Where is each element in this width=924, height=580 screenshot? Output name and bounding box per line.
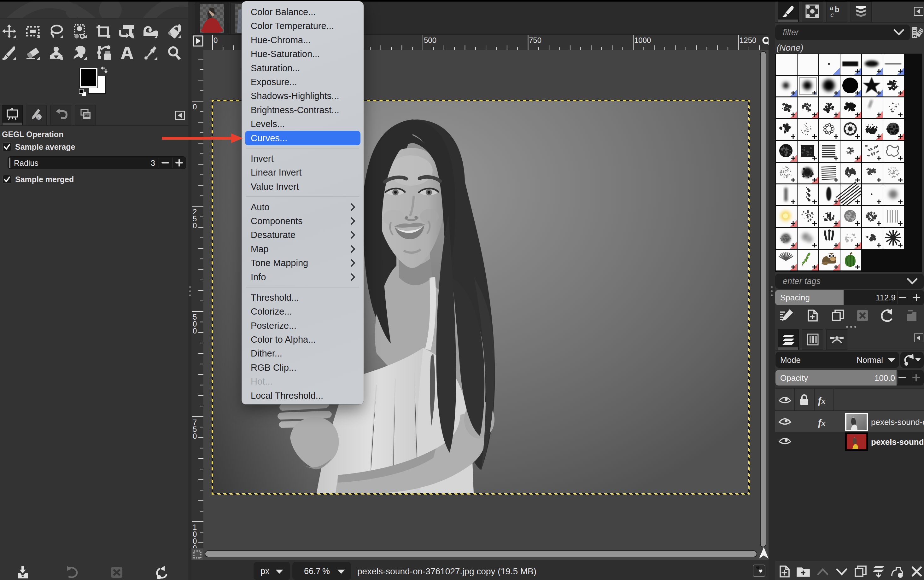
svg-text:c: c: [830, 10, 834, 18]
svg-text:750: 750: [529, 36, 541, 44]
svg-text:1000: 1000: [634, 36, 651, 44]
svg-text:1250: 1250: [739, 36, 756, 44]
svg-text:0: 0: [213, 36, 218, 44]
svg-text:0: 0: [193, 432, 197, 440]
svg-text:500: 500: [424, 36, 436, 44]
svg-text:0: 0: [193, 221, 197, 230]
svg-text:0: 0: [193, 326, 197, 335]
svg-text:0: 0: [193, 102, 197, 111]
svg-text:b: b: [835, 5, 840, 13]
svg-text:0: 0: [193, 544, 197, 548]
svg-text:i: i: [38, 115, 39, 119]
